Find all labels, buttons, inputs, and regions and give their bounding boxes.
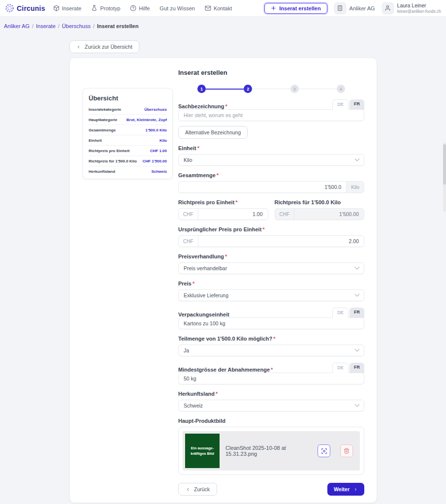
nav-item-inserate[interactable]: Inserate: [53, 5, 82, 11]
preis-select[interactable]: Exklusive Lieferung: [178, 289, 364, 301]
user-menu[interactable]: Laura Leiner leiner@anliker-foods.ch: [382, 2, 441, 14]
scrollbar-thumb[interactable]: [443, 144, 446, 185]
urspruenglicher-preis-input-group: CHF: [178, 235, 364, 247]
currency-prefix: CHF: [179, 236, 198, 247]
create-inserat-label: Inserat erstellen: [279, 5, 320, 11]
back-to-overview-label: Zurück zur Übersicht: [85, 44, 132, 50]
required-marker: *: [225, 103, 227, 109]
field-gesamtmenge: Gesamtmenge* Kilo: [178, 172, 364, 193]
field-label: Teilmenge von 1'500.0 Kilo möglich?*: [178, 336, 364, 342]
tab-fr[interactable]: FR: [350, 99, 364, 110]
step-4[interactable]: 4: [337, 85, 345, 93]
nav-label: Prototyp: [100, 5, 120, 11]
building-icon: [334, 2, 346, 14]
einheit-select[interactable]: Kilo: [178, 154, 364, 166]
step-2[interactable]: 2: [244, 85, 252, 93]
overview-row-value: CHF 1.00: [150, 149, 167, 153]
field-label: Sachbezeichnung*: [178, 103, 227, 109]
breadcrumb-inserate[interactable]: Inserate: [36, 23, 56, 29]
teilmenge-value: Ja: [184, 347, 189, 353]
breadcrumb-ueberschuss[interactable]: Überschuss: [62, 23, 91, 29]
overview-row-value: Brot, Kleinbrote, Zopf: [127, 118, 167, 122]
produktbild-upload-box: Ein aussage- kräftiges Bild CleanShot 20…: [178, 427, 364, 475]
tab-fr[interactable]: FR: [350, 308, 364, 318]
breadcrumb: Anliker AG / Inserate / Überschuss / Ins…: [0, 17, 446, 29]
gesamtmenge-input[interactable]: [179, 182, 346, 192]
alternative-bezeichnung-button[interactable]: Alternative Bezeichnung: [178, 126, 248, 139]
breadcrumb-current: Inserat erstellen: [97, 23, 138, 29]
company-name: Anliker AG: [350, 5, 375, 11]
back-button[interactable]: Zurück: [178, 483, 217, 496]
field-herkunftsland: Herkunftsland* Schweiz: [178, 391, 364, 411]
circunis-logo-icon: [5, 3, 14, 13]
back-button-label: Zurück: [194, 486, 210, 492]
preisverhandlung-select[interactable]: Preis verhandelbar: [178, 262, 364, 274]
overview-row-value: Schweiz: [151, 169, 167, 174]
field-label: Richtpreis pro Einheit*: [178, 199, 268, 205]
field-label: Herkunftsland*: [178, 391, 364, 397]
crop-image-button[interactable]: [318, 444, 330, 457]
language-tabs: DE FR: [332, 363, 364, 373]
sachbezeichnung-input[interactable]: [178, 109, 364, 121]
card-left-column: Übersicht Inseratekategorie Überschuss H…: [70, 58, 178, 496]
create-inserat-button[interactable]: Inserat erstellen: [264, 3, 327, 14]
herkunftsland-select[interactable]: Schweiz: [178, 400, 364, 411]
brand-logo[interactable]: Circunis: [5, 3, 45, 13]
overview-row-label: Richtpreis für 1'500.0 Kilo: [89, 159, 137, 163]
tab-fr[interactable]: FR: [350, 363, 364, 373]
thumbnail-text: Ein aussage-: [191, 445, 214, 451]
breadcrumb-separator: /: [93, 23, 95, 29]
main-nav: Inserate Prototyp Hilfe Gut zu Wissen: [53, 5, 232, 11]
step-3[interactable]: 3: [290, 85, 299, 93]
back-to-overview-button[interactable]: Zurück zur Übersicht: [69, 40, 139, 53]
company-switcher[interactable]: Anliker AG: [334, 2, 375, 14]
overview-row-label: Einheit: [89, 138, 102, 143]
user-name: Laura Leiner: [397, 2, 441, 8]
overview-row: Herkunftsland Schweiz: [89, 166, 167, 176]
required-marker: *: [235, 199, 237, 205]
field-preisverhandlung: Preisverhandlung* Preis verhandelbar: [178, 253, 364, 274]
nav-item-hilfe[interactable]: Hilfe: [130, 5, 150, 11]
delete-image-button[interactable]: [340, 444, 353, 457]
tab-de[interactable]: DE: [332, 308, 349, 318]
produktbild-file-row: Ein aussage- kräftiges Bild CleanShot 20…: [183, 431, 360, 471]
field-einheit: Einheit* Kilo: [178, 145, 364, 166]
preisverhandlung-value: Preis verhandelbar: [184, 265, 227, 271]
step-1[interactable]: 1: [197, 85, 206, 93]
nav-item-kontakt[interactable]: Kontakt: [205, 5, 232, 11]
mindestgroesse-input[interactable]: [178, 373, 364, 384]
teilmenge-select[interactable]: Ja: [178, 345, 364, 356]
field-label: Ursprünglicher Preis pro Einheit*: [178, 226, 364, 232]
form-title: Inserat erstellen: [178, 69, 364, 76]
urspruenglicher-preis-input[interactable]: [198, 236, 364, 247]
chevron-left-icon: [76, 45, 81, 49]
nav-item-prototyp[interactable]: Prototyp: [91, 5, 120, 11]
user-email: leiner@anliker-foods.ch: [397, 9, 441, 14]
step-connector: [252, 89, 290, 90]
richtpreis-einheit-input[interactable]: [198, 209, 268, 220]
field-label: Einheit*: [178, 145, 364, 151]
trash-icon: [344, 448, 350, 454]
tab-de[interactable]: DE: [332, 363, 349, 373]
field-produktbild: Haupt-Produktbild Ein aussage- kräftiges…: [178, 418, 364, 475]
breadcrumb-anliker-ag[interactable]: Anliker AG: [4, 23, 30, 29]
mail-icon: [205, 5, 211, 11]
field-label: Richtpreis für 1'500.0 Kilo: [275, 199, 365, 205]
chevron-left-icon: [186, 487, 190, 492]
chevron-right-icon: [353, 487, 358, 492]
overview-row: Richtpreis für 1'500.0 Kilo CHF 1'500.00: [89, 156, 167, 166]
nav-item-gut-zu-wissen[interactable]: Gut zu Wissen: [159, 5, 195, 11]
form-column: Inserat erstellen 1 2 3 4 Sachbezeichnun…: [178, 58, 364, 496]
next-button[interactable]: Weiter: [327, 483, 364, 496]
top-bar-right: Inserat erstellen Anliker AG Laura Leine: [264, 2, 441, 14]
breadcrumb-separator: /: [32, 23, 33, 29]
verpackungseinheit-input[interactable]: [178, 317, 364, 329]
richtpreis-row: Richtpreis pro Einheit* CHF Richtpreis f…: [178, 199, 364, 220]
overview-row-label: Inseratekategorie: [89, 107, 121, 112]
plus-icon: [271, 5, 276, 11]
produktbild-thumbnail: Ein aussage- kräftiges Bild: [185, 434, 220, 468]
produktbild-filename: CleanShot 2025-10-08 at 15.31.23.png: [225, 445, 312, 457]
step-connector: [206, 89, 244, 90]
language-tabs: DE FR: [332, 99, 364, 110]
tab-de[interactable]: DE: [332, 99, 349, 110]
